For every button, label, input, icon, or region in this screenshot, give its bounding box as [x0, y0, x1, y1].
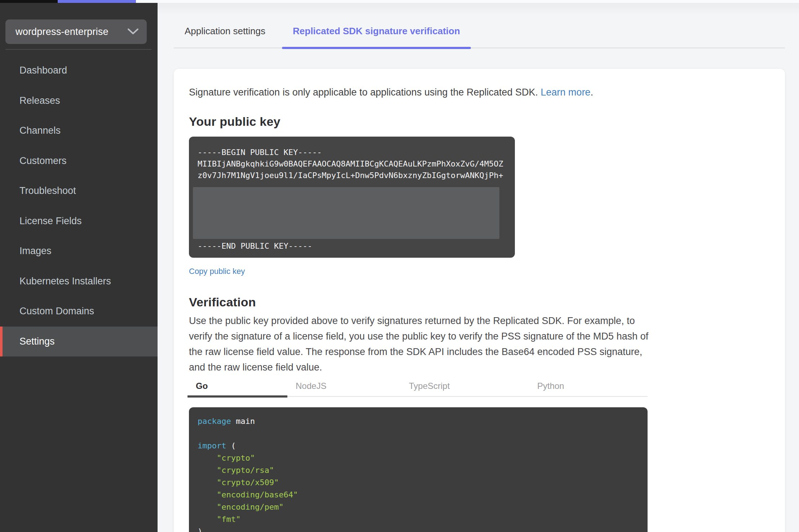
language-tab-go[interactable]: Go — [196, 375, 208, 397]
public-key-line: z0v7Jh7M1NgV1joeu9l1/IaCPsMpyIcL+Dnw5Pdv… — [198, 170, 506, 181]
code-line: ) — [198, 526, 639, 532]
public-key-begin-line: -----BEGIN PUBLIC KEY----- — [198, 147, 506, 158]
language-tab-python[interactable]: Python — [537, 375, 564, 397]
public-key-redacted-area — [193, 187, 499, 239]
verification-heading: Verification — [189, 294, 770, 310]
settings-card: Signature verification is only applicabl… — [174, 69, 785, 532]
code-line: "encoding/base64" — [198, 489, 639, 501]
tab-application-settings[interactable]: Application settings — [174, 14, 276, 48]
top-strip-black-segment — [0, 0, 58, 3]
app-selector-dropdown[interactable]: wordpress-enterprise — [5, 19, 147, 44]
code-content: package main import ( "crypto" "crypto/r… — [198, 415, 639, 532]
language-tab-active-underline — [187, 395, 287, 398]
code-line: package main — [198, 415, 639, 427]
code-line: "encoding/pem" — [198, 501, 639, 513]
sidebar-item-dashboard[interactable]: Dashboard — [0, 56, 158, 86]
app-selector-value: wordpress-enterprise — [16, 26, 127, 37]
page-tabs: Application settingsReplicated SDK signa… — [174, 14, 785, 48]
top-strip-purple-segment — [58, 0, 136, 3]
code-line: import ( — [198, 440, 639, 452]
sidebar-item-troubleshoot[interactable]: Troubleshoot — [0, 176, 158, 206]
code-sample-block: package main import ( "crypto" "crypto/r… — [189, 407, 648, 532]
sidebar-nav: DashboardReleasesChannelsCustomersTroubl… — [0, 56, 158, 356]
sidebar-item-license-fields[interactable]: License Fields — [0, 206, 158, 236]
sidebar-item-customers[interactable]: Customers — [0, 146, 158, 176]
intro-text-body: Signature verification is only applicabl… — [189, 87, 541, 98]
code-line: "crypto/x509" — [198, 476, 639, 489]
public-key-end-line: -----END PUBLIC KEY----- — [198, 240, 506, 252]
sidebar-item-kubernetes-installers[interactable]: Kubernetes Installers — [0, 266, 158, 297]
sidebar-item-images[interactable]: Images — [0, 236, 158, 266]
top-edge-strip — [0, 0, 799, 3]
intro-text-period: . — [591, 87, 593, 98]
language-tabs: GoNodeJSTypeScriptPython — [189, 375, 648, 398]
public-key-heading: Your public key — [189, 114, 770, 129]
public-key-block: -----BEGIN PUBLIC KEY----- MIIBIjANBgkqh… — [189, 137, 515, 258]
sidebar: wordpress-enterprise DashboardReleasesCh… — [0, 3, 158, 532]
tab-replicated-sdk-signature-verification[interactable]: Replicated SDK signature verification — [282, 14, 471, 48]
language-tab-nodejs[interactable]: NodeJS — [296, 375, 326, 397]
code-line: "crypto" — [198, 452, 639, 464]
sidebar-item-settings[interactable]: Settings — [0, 327, 158, 357]
code-line — [198, 427, 639, 440]
public-key-line: MIIBIjANBgkqhkiG9w0BAQEFAAOCAQ8AMIIBCgKC… — [198, 158, 506, 170]
main-area: Application settingsReplicated SDK signa… — [158, 0, 799, 532]
learn-more-link[interactable]: Learn more — [541, 87, 591, 98]
chevron-down-icon — [127, 28, 139, 35]
language-tab-typescript[interactable]: TypeScript — [409, 375, 450, 397]
code-line: "fmt" — [198, 513, 639, 526]
sidebar-item-custom-domains[interactable]: Custom Domains — [0, 296, 158, 327]
verification-description: Use the public key provided above to ver… — [189, 313, 649, 375]
intro-text: Signature verification is only applicabl… — [189, 85, 770, 99]
sidebar-divider — [5, 49, 151, 50]
code-line: "crypto/rsa" — [198, 464, 639, 476]
copy-public-key-link[interactable]: Copy public key — [189, 266, 245, 276]
sidebar-item-channels[interactable]: Channels — [0, 116, 158, 146]
sidebar-item-releases[interactable]: Releases — [0, 86, 158, 116]
